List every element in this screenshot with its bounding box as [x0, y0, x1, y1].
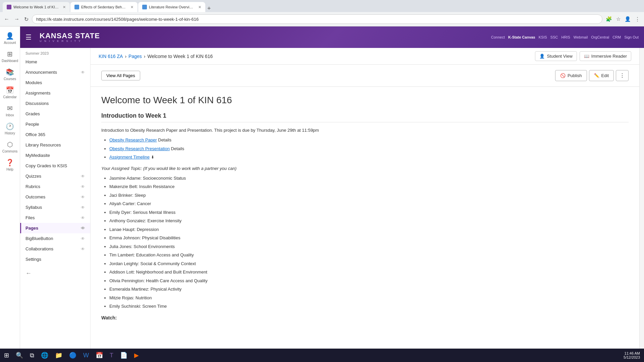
rail-item-account[interactable]: 👤 Account [0, 29, 20, 47]
breadcrumb-course[interactable]: KIN 616 ZA [99, 54, 123, 59]
hamburger-icon[interactable]: ☰ [25, 33, 32, 41]
watch-heading: Watch: [101, 315, 629, 320]
profile-button[interactable]: 👤 [623, 15, 632, 23]
tab-close-btn-2[interactable]: ✕ [130, 5, 133, 9]
sidebar-item-mymediasite[interactable]: MyMediasite [20, 150, 90, 161]
menu-button[interactable]: ⋮ [634, 15, 641, 23]
ksis-link[interactable]: KSIS [539, 35, 547, 39]
more-options-button[interactable]: ⋮ [616, 70, 629, 81]
kstate-canvas-link[interactable]: K-State Canvas [508, 35, 535, 39]
rail-item-dashboard[interactable]: ⊞ Dashboard [0, 47, 20, 65]
edge-button[interactable]: 🌐 [38, 350, 51, 360]
address-input[interactable] [32, 14, 602, 24]
tab-active[interactable]: Welcome to Week 1 of KIN 616... ✕ [3, 2, 70, 12]
chrome-button[interactable]: 🔵 [66, 350, 79, 360]
sidebar-item-people[interactable]: People [20, 119, 90, 129]
tab-2[interactable]: Effects of Sedentary Behavior Int... ✕ [70, 2, 138, 12]
sidebar-item-copygrades[interactable]: Copy Grades to KSIS [20, 161, 90, 171]
list-item: Tim Lambert: Education Access and Qualit… [109, 252, 629, 258]
rail-item-history[interactable]: 🕐 History [0, 120, 20, 138]
start-button[interactable]: ⊞ [1, 350, 12, 360]
refresh-button[interactable]: ↻ [23, 15, 30, 24]
edit-button[interactable]: ✏️ Edit [589, 70, 614, 81]
rail-item-commons[interactable]: ⬡ Commons [0, 138, 20, 156]
sidebar-item-rubrics[interactable]: Rubrics👁 [20, 181, 90, 192]
sidebar-item-pages[interactable]: Pages👁 [20, 223, 90, 233]
tab-close-btn[interactable]: ✕ [63, 5, 66, 9]
breadcrumb-section[interactable]: Pages [128, 54, 142, 59]
sidebar-item-settings[interactable]: Settings [20, 254, 90, 264]
intro-text: Introduction to Obesity Research Paper a… [101, 128, 629, 133]
edit-label: Edit [601, 73, 609, 78]
assigned-topic: Your Assigned Topic: (If you would like … [101, 166, 629, 171]
word-button[interactable]: W [80, 351, 92, 360]
bookmark-button[interactable]: ☆ [615, 15, 622, 23]
tab-3[interactable]: Literature Review Overview - My... ✕ [138, 2, 205, 12]
sidebar-nav: Home Announcements👁 Modules Assignments … [20, 57, 90, 264]
immersive-reader-button[interactable]: 📖 Immersive Reader [580, 51, 631, 61]
extensions-button[interactable]: 🧩 [604, 15, 613, 23]
list-item: Emma Johnson: Physical Disabilities [109, 235, 629, 241]
orgcentral-link[interactable]: OrgCentral [591, 35, 609, 39]
tab-favicon-3 [142, 5, 147, 9]
hris-link[interactable]: HRIS [561, 35, 570, 39]
tab-label-3: Literature Review Overview - My... [149, 5, 195, 9]
download-icon: ⬇ [151, 155, 154, 160]
sidebar-item-modules[interactable]: Modules [20, 77, 90, 88]
top-header: ☰ KANSAS STATE U N I V E R S I T Y Conne… [20, 26, 644, 48]
sidebar-item-quizzes[interactable]: Quizzes👁 [20, 171, 90, 181]
publish-button[interactable]: 🚫 Publish [555, 70, 587, 81]
sidebar-item-outcomes[interactable]: Outcomes👁 [20, 192, 90, 202]
crm-link[interactable]: CRM [612, 35, 621, 39]
sidebar-item-assignments[interactable]: Assignments [20, 88, 90, 98]
list-item: Jaci Brinker: Sleep [109, 192, 629, 199]
rail-item-help[interactable]: ❓ Help [0, 156, 20, 174]
sidebar-item-syllabus[interactable]: Syllabus👁 [20, 202, 90, 213]
link-suffix-2: Details [170, 146, 184, 151]
taskbar: ⊞ 🔍 ⧉ 🌐 📁 🔵 W 📅 T 📄 ▶ 11:46 AM 5/12/2023 [0, 349, 644, 362]
sidebar-item-library[interactable]: Library Resources [20, 140, 90, 150]
sidebar-item-collaborations[interactable]: Collaborations👁 [20, 244, 90, 254]
sidebar-item-home[interactable]: Home [20, 57, 90, 67]
right-panel [639, 48, 644, 362]
sidebar-semester: Summer 2023 [20, 48, 90, 57]
student-view-button[interactable]: 👤 Student View [535, 51, 577, 61]
sidebar-item-files[interactable]: Files👁 [20, 213, 90, 223]
taskview-button[interactable]: ⧉ [27, 351, 37, 360]
sidebar-item-office365[interactable]: Office 365 [20, 129, 90, 140]
assignment-timeline-link[interactable]: Assignment Timeline [109, 155, 150, 160]
ssc-link[interactable]: SSC [550, 35, 558, 39]
sidebar-collapse-btn[interactable]: ← [25, 270, 32, 277]
tab-close-btn-3[interactable]: ✕ [198, 5, 201, 9]
publish-label: Publish [568, 73, 582, 78]
rail-item-inbox[interactable]: ✉ Inbox [0, 102, 20, 120]
view-all-pages-button[interactable]: View All Pages [101, 71, 140, 80]
sidebar-item-discussions[interactable]: Discussions [20, 98, 90, 109]
pdf-button[interactable]: 📄 [117, 350, 130, 360]
back-button[interactable]: ← [3, 15, 11, 23]
immersive-reader-icon: 📖 [584, 54, 589, 59]
rail-item-courses[interactable]: 📚 Courses [0, 65, 20, 83]
forward-button[interactable]: → [13, 15, 21, 23]
bigbluebutton-icon: 👁 [81, 236, 85, 241]
obesity-presentation-link[interactable]: Obesity Research Presentation [109, 146, 170, 151]
rail-label-courses: Courses [4, 77, 16, 81]
media-button[interactable]: ▶ [131, 350, 142, 360]
explorer-button[interactable]: 📁 [52, 350, 65, 360]
sidebar-item-announcements[interactable]: Announcements👁 [20, 67, 90, 77]
new-tab-button[interactable]: + [207, 5, 211, 12]
rail-item-calendar[interactable]: 📅 Calendar [0, 83, 20, 102]
obesity-paper-link[interactable]: Obesity Research Paper [109, 137, 157, 142]
signout-link[interactable]: Sign Out [624, 35, 639, 39]
calendar-taskbar-button[interactable]: 📅 [93, 350, 106, 360]
sidebar-item-grades[interactable]: Grades [20, 109, 90, 119]
search-taskbar-button[interactable]: 🔍 [13, 350, 26, 360]
syllabus-icon: 👁 [81, 205, 85, 210]
webmail-link[interactable]: Webmail [574, 35, 588, 39]
sidebar-item-bigbluebutton[interactable]: BigBlueButton👁 [20, 233, 90, 244]
teams-button[interactable]: T [107, 351, 116, 360]
connect-link[interactable]: Connect [491, 35, 505, 39]
list-item: Addison Lott: Neighborhood and Built Env… [109, 269, 629, 276]
outcomes-icon: 👁 [81, 195, 85, 199]
immersive-reader-label: Immersive Reader [591, 54, 627, 59]
